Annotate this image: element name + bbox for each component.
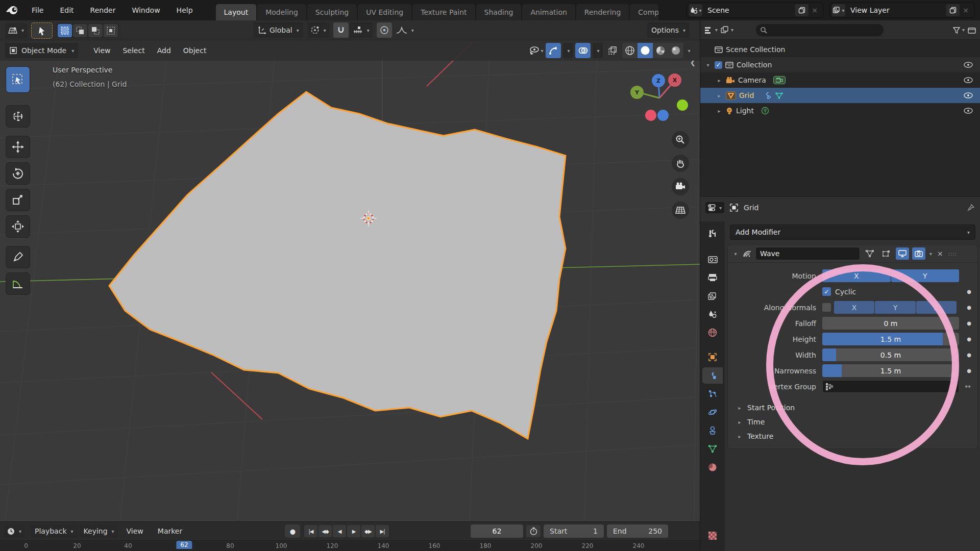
along-normals-checkbox[interactable] — [822, 303, 831, 312]
scene-browse-button[interactable]: ▾ — [689, 4, 702, 16]
animate-dot[interactable]: ● — [967, 320, 971, 326]
section-time[interactable]: ▸ Time — [728, 415, 977, 429]
outliner-filter-collection-dropdown[interactable]: ▾ — [721, 26, 733, 34]
menu-edit[interactable]: Edit — [52, 6, 82, 14]
cage-display-toggle[interactable] — [879, 247, 893, 260]
options-dropdown[interactable]: Options ▾ — [647, 22, 690, 38]
show-in-viewport-toggle[interactable] — [896, 247, 909, 260]
expand-arrow-icon[interactable]: ▸ — [716, 78, 723, 83]
jump-to-start-button[interactable]: |◀ — [304, 525, 317, 537]
gizmo-y-neg-axis[interactable] — [677, 99, 688, 111]
gizmo-x-axis[interactable]: X — [668, 73, 681, 87]
snap-to-dropdown[interactable]: ▾ — [350, 22, 373, 38]
timeline-editor-type-dropdown[interactable]: ▾ — [4, 524, 24, 538]
camera-view-button[interactable] — [672, 178, 689, 195]
animate-dot[interactable]: ● — [967, 336, 971, 342]
new-collection-button[interactable] — [968, 27, 976, 34]
light-data-icon[interactable] — [761, 107, 769, 115]
measure-tool[interactable] — [6, 273, 30, 294]
editor-type-dropdown[interactable]: ▾ — [5, 23, 27, 38]
jump-to-end-button[interactable]: ▶| — [376, 525, 389, 537]
tab-sculpting[interactable]: Sculpting — [307, 4, 357, 20]
height-slider[interactable]: 1.5 m — [822, 333, 959, 345]
tab-view-layer[interactable] — [702, 288, 723, 304]
select-mode-invert[interactable] — [104, 24, 118, 37]
collapse-panel-icon[interactable]: ▾ — [732, 251, 739, 257]
eye-icon[interactable] — [964, 92, 973, 98]
pan-viewport-button[interactable] — [672, 155, 689, 172]
proportional-falloff-dropdown[interactable]: ▾ — [393, 22, 417, 38]
modifier-extras-dropdown[interactable]: ▾ — [929, 251, 932, 257]
scene-name[interactable]: Scene — [702, 6, 795, 14]
motion-x-button[interactable]: X — [822, 269, 891, 282]
3d-viewport[interactable]: User Perspective (62) Collection | Grid … — [0, 40, 700, 521]
overlays-dropdown[interactable]: ▾ — [593, 43, 603, 58]
menu-select[interactable]: Select — [116, 46, 151, 55]
keying-menu[interactable]: Keying▾ — [80, 524, 118, 538]
timeline-view-menu[interactable]: View — [120, 527, 150, 535]
box-select-tool[interactable] — [6, 67, 30, 92]
show-gizmo-toggle[interactable] — [546, 43, 561, 58]
outliner-display-mode-dropdown[interactable]: ▾ — [704, 26, 718, 34]
menu-help[interactable]: Help — [168, 6, 201, 14]
pivot-point-dropdown[interactable]: ▾ — [307, 22, 329, 38]
tab-modeling[interactable]: Modeling — [257, 4, 306, 20]
menu-file[interactable]: File — [23, 6, 52, 14]
properties-editor-type-dropdown[interactable]: ▾ — [705, 202, 724, 213]
normals-x-button[interactable]: X — [834, 301, 874, 314]
cursor-tool[interactable] — [6, 106, 30, 127]
new-view-layer-button[interactable] — [946, 4, 960, 16]
show-hide-dropdown[interactable]: ▾ — [528, 43, 544, 58]
narrowness-slider[interactable]: 1.5 m — [822, 364, 959, 377]
animate-dot[interactable]: ● — [967, 305, 971, 310]
outliner-row-grid[interactable]: ▸ Grid — [700, 88, 980, 103]
tab-tool[interactable] — [702, 226, 723, 242]
outliner-row-collection[interactable]: ▾ ✓ Collection — [700, 57, 980, 72]
tab-rendering[interactable]: Rendering — [576, 4, 629, 20]
view-layer-browse-button[interactable]: ▾ — [832, 4, 845, 16]
tab-output[interactable] — [702, 269, 723, 286]
outliner-row-camera[interactable]: ▸ Camera — [700, 72, 980, 88]
tab-object-data[interactable] — [702, 441, 723, 457]
menu-add[interactable]: Add — [151, 46, 177, 55]
shading-rendered-button[interactable] — [668, 43, 683, 58]
select-mode-extend[interactable] — [73, 24, 87, 37]
tab-render[interactable] — [702, 251, 723, 267]
menu-object[interactable]: Object — [177, 46, 213, 55]
expand-arrow-icon[interactable]: ▾ — [704, 62, 712, 68]
playhead-frame-badge[interactable]: 62 — [176, 541, 192, 549]
timeline-marker-menu[interactable]: Marker — [152, 527, 188, 535]
new-scene-button[interactable] — [795, 4, 808, 16]
expand-arrow-icon[interactable]: ▸ — [716, 108, 723, 114]
menu-render[interactable]: Render — [82, 6, 124, 14]
shading-solid-button[interactable] — [638, 43, 653, 58]
eye-icon[interactable] — [964, 62, 973, 68]
vertex-group-input[interactable]: ↔ — [822, 380, 959, 393]
play-reverse-button[interactable]: ◀ — [333, 525, 346, 537]
blender-logo[interactable] — [0, 5, 23, 16]
gizmo-z-axis[interactable]: Z — [652, 74, 665, 87]
unlink-scene-button[interactable]: × — [808, 6, 821, 14]
transform-orientation-dropdown[interactable]: Global ▾ — [253, 22, 303, 38]
shading-material-button[interactable] — [653, 43, 668, 58]
remove-view-layer-button[interactable]: × — [960, 6, 972, 14]
outliner-row-scene-collection[interactable]: ▸ Scene Collection — [700, 42, 980, 57]
auto-keyframe-record-button[interactable]: ● — [285, 524, 300, 538]
falloff-slider[interactable]: 0 m — [822, 317, 959, 330]
grid-view-button[interactable] — [672, 202, 689, 219]
mode-dropdown[interactable]: Object Mode ▾ — [5, 43, 78, 58]
timeline-ruler[interactable]: 0 20 40 80 100 120 140 160 180 200 220 2… — [0, 540, 700, 551]
move-tool[interactable] — [6, 136, 30, 158]
pin-icon[interactable] — [967, 204, 975, 212]
view-layer-name[interactable]: View Layer — [845, 6, 946, 14]
add-modifier-button[interactable]: Add Modifier ▾ — [730, 224, 975, 240]
outliner-filter-dropdown[interactable]: ▾ — [953, 27, 965, 34]
menu-view[interactable]: View — [87, 46, 116, 55]
select-mode-set[interactable] — [58, 24, 72, 37]
tab-modifiers[interactable] — [702, 367, 723, 384]
show-overlays-toggle[interactable] — [575, 43, 591, 58]
active-tool-indicator[interactable] — [31, 22, 53, 39]
modifier-name-input[interactable]: Wave — [755, 247, 860, 260]
gizmo-x-neg-axis[interactable] — [645, 110, 656, 121]
remove-modifier-button[interactable]: × — [935, 249, 945, 258]
